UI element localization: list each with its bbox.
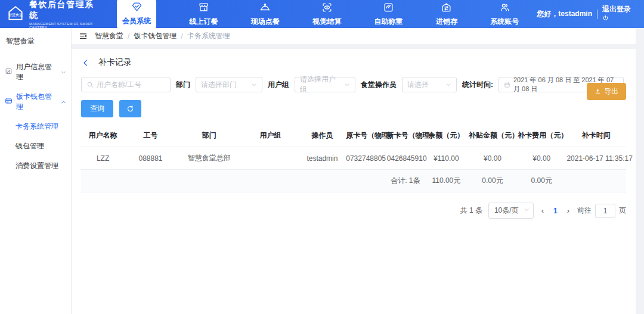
nav-label: 进销存 <box>436 17 457 27</box>
col-user-group: 用户组 <box>242 125 299 147</box>
filter-row: 部门 请选择部门 用户组 请选择用户组 食堂操作员 <box>72 74 636 92</box>
scale-icon <box>383 2 394 15</box>
main-area: 智慧食堂 用户信息管理 饭卡钱包管理 <box>0 28 644 314</box>
nav-label: 会员系统 <box>122 16 151 26</box>
goto-page-input[interactable] <box>595 204 615 218</box>
cell-dept: 智慧食堂总部 <box>177 147 242 170</box>
sidebar-item-consume-settings[interactable]: 消费设置管理 <box>0 156 71 176</box>
nav-label: 系统账号 <box>490 17 519 27</box>
divider <box>597 10 597 19</box>
breadcrumb-separator: / <box>128 32 129 41</box>
app-logo: 智慧食堂 餐饮后台管理系统 MANAGEMENT SYSTEM OF SMART… <box>0 0 101 28</box>
prev-page-button[interactable]: ‹ <box>540 206 546 215</box>
summary-row: 合计: 1条 110.00元 0.00元 0.00元 <box>81 170 626 192</box>
cell-job-no: 088881 <box>125 147 177 170</box>
nav-item-membership[interactable]: 会员系统 <box>117 0 156 30</box>
breadcrumb-item[interactable]: 饭卡钱包管理 <box>134 31 177 41</box>
col-user-name: 用户名称 <box>81 125 125 147</box>
nav-item-inventory[interactable]: 进销存 <box>436 2 457 27</box>
collapse-sidebar-button[interactable] <box>79 32 88 41</box>
warehouse-arrows-icon <box>441 2 452 15</box>
chevron-up-icon <box>61 100 66 105</box>
nav-label: 自助称重 <box>374 17 403 27</box>
calendar-icon <box>504 82 510 88</box>
records-table: 用户名称 工号 部门 用户组 操作员 原卡号（物理） 新卡号（物理） 余额（元）… <box>81 125 626 192</box>
users-icon <box>499 2 510 15</box>
sidebar-item-label: 用户信息管理 <box>16 62 57 82</box>
page-number-1[interactable]: 1 <box>552 207 559 215</box>
col-balance: 余额（元） <box>425 125 468 147</box>
operator-label: 食堂操作员 <box>361 80 397 90</box>
nav-item-system-account[interactable]: 系统账号 <box>490 2 519 27</box>
breadcrumb-separator: / <box>181 32 182 41</box>
operator-select[interactable]: 请选择 <box>402 77 457 92</box>
time-label: 统计时间: <box>462 80 493 90</box>
total-count: 共 1 条 <box>460 206 482 216</box>
sidebar-item-user-info[interactable]: 用户信息管理 <box>0 57 71 87</box>
upload-icon <box>595 88 601 95</box>
app-subtitle: MANAGEMENT SYSTEM OF SMART CANTEEN <box>29 22 101 29</box>
top-header: 智慧食堂 餐饮后台管理系统 MANAGEMENT SYSTEM OF SMART… <box>0 0 644 28</box>
account-area: 您好，testadmin 退出登录 <box>537 0 644 28</box>
query-button[interactable]: 查询 <box>81 100 113 117</box>
col-job-no: 工号 <box>125 125 177 147</box>
dept-select[interactable]: 请选择部门 <box>196 77 262 92</box>
refresh-button[interactable] <box>119 100 141 117</box>
app-window: 智慧食堂 餐饮后台管理系统 MANAGEMENT SYSTEM OF SMART… <box>0 0 644 314</box>
pagination: 共 1 条 10条/页 ‹ 1 › 前往 页 <box>72 192 636 219</box>
membership-gem-icon <box>131 1 143 14</box>
refresh-icon <box>126 105 134 113</box>
cell-user-name: LZZ <box>81 147 125 170</box>
nav-item-visual-settlement[interactable]: 视觉结算 <box>312 2 341 27</box>
card-icon <box>5 97 13 107</box>
page-size-select[interactable]: 10条/页 <box>488 203 534 219</box>
user-greeting: 您好，testadmin <box>537 9 592 19</box>
sidebar-item-card-wallet[interactable]: 饭卡钱包管理 <box>0 87 71 117</box>
chevron-down-icon <box>251 82 257 88</box>
sidebar-item-wallet[interactable]: 钱包管理 <box>0 136 71 156</box>
chevron-down-icon <box>445 82 451 88</box>
sidebar-item-card-system[interactable]: 卡务系统管理 <box>0 117 71 136</box>
col-time: 补卡时间 <box>566 125 626 147</box>
cell-fee: ¥0.00 <box>517 147 566 170</box>
col-new-card: 新卡号（物理） <box>386 125 425 147</box>
next-page-button[interactable]: › <box>565 206 571 215</box>
breadcrumb-current: 卡务系统管理 <box>187 31 230 41</box>
nav-label: 视觉结算 <box>312 17 341 27</box>
col-old-card: 原卡号（物理） <box>345 125 386 147</box>
breadcrumb-item[interactable]: 智慧食堂 <box>95 31 123 41</box>
app-title: 餐饮后台管理系统 <box>29 0 101 21</box>
page-title: 补卡记录 <box>98 57 132 68</box>
user-group-select[interactable]: 请选择用户组 <box>295 77 355 92</box>
dish-icon <box>259 2 271 15</box>
storefront-icon <box>198 2 209 15</box>
search-input[interactable] <box>97 80 165 89</box>
cell-balance: ¥110.00 <box>425 147 468 170</box>
nav-item-self-weighing[interactable]: 自助称重 <box>374 2 403 27</box>
sidebar-title: 智慧食堂 <box>0 28 71 57</box>
search-icon <box>86 81 94 88</box>
svg-text:智慧食堂: 智慧食堂 <box>8 13 23 17</box>
nav-item-online-order[interactable]: 线上订餐 <box>189 2 218 27</box>
summary-label: 合计: 1条 <box>386 170 425 192</box>
col-fee: 补卡费用（元） <box>517 125 566 147</box>
back-button[interactable] <box>81 58 90 67</box>
group-label: 用户组 <box>268 80 289 90</box>
nav-item-onsite-order[interactable]: 现场点餐 <box>251 2 280 27</box>
nav-label: 线上订餐 <box>189 17 218 27</box>
cell-subsidy: ¥0.00 <box>468 147 517 170</box>
chevron-down-icon <box>524 207 530 213</box>
col-subsidy: 补贴金额（元） <box>468 125 517 147</box>
col-operator: 操作员 <box>299 125 346 147</box>
cell-old-card: 0732748805 <box>345 147 386 170</box>
canteen-logo-icon: 智慧食堂 <box>6 4 25 25</box>
nav-label: 现场点餐 <box>251 17 280 27</box>
logout-button[interactable]: 退出登录 <box>602 5 638 23</box>
export-button[interactable]: 导出 <box>587 83 626 100</box>
search-field[interactable] <box>81 77 171 92</box>
chevron-down-icon <box>61 70 66 75</box>
breadcrumb-bar: 智慧食堂 / 饭卡钱包管理 / 卡务系统管理 <box>72 28 636 44</box>
summary-fee: 0.00元 <box>517 170 566 192</box>
summary-subsidy: 0.00元 <box>468 170 517 192</box>
content-area: 智慧食堂 / 饭卡钱包管理 / 卡务系统管理 补卡记录 <box>72 28 644 314</box>
